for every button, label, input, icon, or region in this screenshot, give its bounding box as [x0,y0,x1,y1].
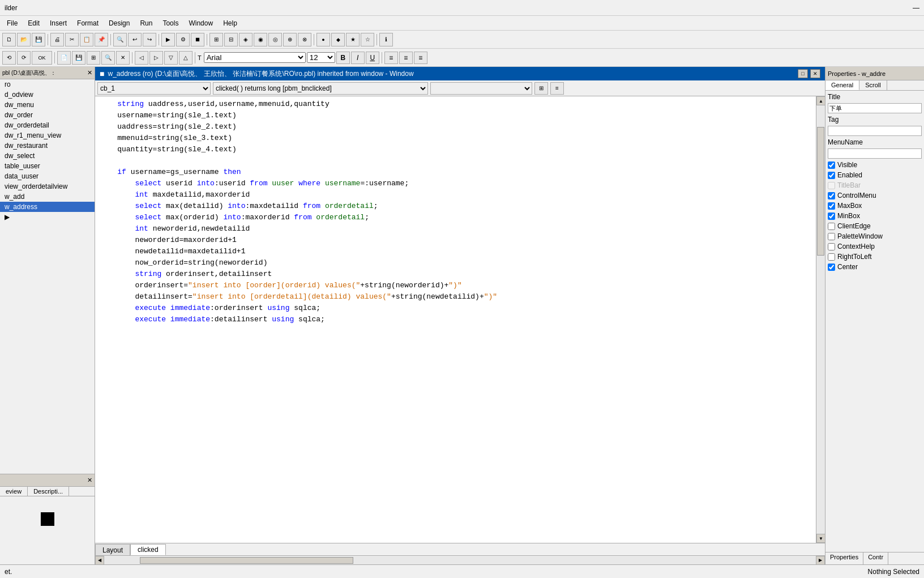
h-scroll-thumb[interactable] [140,557,353,564]
tree-expand-arrow[interactable]: ▶ [0,212,95,222]
menu-item-insert[interactable]: Insert [45,18,71,29]
tb-compile-btn[interactable]: ● [316,33,330,46]
tree-item-dw_menu[interactable]: dw_menu [0,100,95,110]
tb2-nav3-btn[interactable]: ▽ [164,51,178,65]
tree-item-dw_select[interactable]: dw_select [0,151,95,161]
editor-close-btn[interactable]: ✕ [810,69,820,78]
bold-btn[interactable]: B [336,52,350,64]
tb-run-btn[interactable]: ▶ [161,33,175,46]
tree-item-w_add[interactable]: w_add [0,192,95,202]
editor-grid-btn[interactable]: ⊞ [534,82,548,95]
font-name-select[interactable]: Arial [204,52,306,63]
prop-maxbox-checkbox[interactable] [828,202,835,210]
tb-extra6-btn[interactable]: ⊕ [283,33,297,46]
tb2-save2-btn[interactable]: 💾 [72,51,85,65]
prop-titlebar-checkbox[interactable] [828,182,835,189]
tb-extra2-btn[interactable]: ⊟ [224,33,238,46]
lbp-close[interactable]: ✕ [87,477,92,484]
tb-redo-btn[interactable]: ↪ [143,33,156,46]
prop-title-input[interactable] [828,103,922,113]
prop-clientedge-checkbox[interactable] [828,223,835,230]
prop-controlmenu-checkbox[interactable] [828,192,835,199]
underline-btn[interactable]: U [366,52,379,64]
tree-item-d_odview[interactable]: d_odview [0,90,95,100]
tb-extra4-btn[interactable]: ◉ [254,33,267,46]
italic-btn[interactable]: I [351,52,365,64]
editor-list-btn[interactable]: ≡ [550,82,564,95]
tb2-nav2-btn[interactable]: ▷ [149,51,163,65]
menu-item-edit[interactable]: Edit [23,18,44,29]
menu-item-tools[interactable]: Tools [158,18,183,29]
tree-item-dw_order[interactable]: dw_order [0,110,95,120]
rbt-properties[interactable]: Properties [825,552,863,564]
align-left-btn[interactable]: ≡ [384,52,398,64]
prop-palettewindow-checkbox[interactable] [828,233,835,240]
right-tab-general[interactable]: General [825,80,859,90]
tree-item-view_orderdetailview[interactable]: view_orderdetailview [0,181,95,192]
tb2-btn2[interactable]: ⟳ [17,51,31,65]
tree-item-dw_restaurant[interactable]: dw_restaurant [0,141,95,151]
tb-cut-btn[interactable]: ✂ [65,33,79,46]
tb-stop-btn[interactable]: ⏹ [191,33,204,46]
tb-new-btn[interactable]: 🗋 [2,33,16,46]
tree-item-ro[interactable]: ro [0,79,95,90]
menu-item-help[interactable]: Help [219,18,242,29]
tb2-close-btn[interactable]: ✕ [116,51,130,65]
tb-extra5-btn[interactable]: ◎ [268,33,282,46]
lbp-tab-view[interactable]: eview [0,487,28,496]
tree-item-table_uuser[interactable]: table_uuser [0,161,95,171]
prop-enabled-checkbox[interactable] [828,172,835,179]
code-area[interactable]: string uaddress,userid,username,mmenuid,… [95,96,816,543]
tb-compile2-btn[interactable]: ◆ [331,33,345,46]
menu-item-design[interactable]: Design [104,18,134,29]
tb2-doc-btn[interactable]: 📄 [57,51,71,65]
tb-open-btn[interactable]: 📂 [17,33,31,46]
tb-extra7-btn[interactable]: ⊗ [298,33,311,46]
tb2-search-btn[interactable]: 🔍 [101,51,115,65]
tb2-grid-btn[interactable]: ⊞ [87,51,100,65]
tree-item-dw_orderdetail[interactable]: dw_orderdetail [0,120,95,130]
editor-scrollbar-x[interactable]: ◀ ▶ [95,555,825,564]
minimize-btn[interactable]: — [913,4,919,12]
code-scrollbar-v[interactable]: ▲ ▼ [816,96,825,543]
tb-find-btn[interactable]: 🔍 [113,33,127,46]
tb-extra1-btn[interactable]: ⊞ [209,33,223,46]
scroll-track[interactable] [816,105,825,534]
prop-menuname-input[interactable] [828,148,922,159]
tb2-nav4-btn[interactable]: △ [179,51,192,65]
tree-item-data_uuser[interactable]: data_uuser [0,171,95,181]
scroll-right-arrow[interactable]: ▶ [816,556,825,565]
tb-extra3-btn[interactable]: ◈ [239,33,253,46]
tb2-btn1[interactable]: ⟲ [2,51,16,65]
event-selector[interactable]: clicked( ) returns long [pbm_bnclicked] [213,82,428,95]
prop-minbox-checkbox[interactable] [828,212,835,220]
tree-item-dw_r1_menu_view[interactable]: dw_r1_menu_view [0,130,95,141]
menu-item-format[interactable]: Format [72,18,103,29]
prop-tag-input[interactable] [828,126,922,136]
prop-visible-checkbox[interactable] [828,162,835,169]
right-tab-scroll[interactable]: Scroll [859,80,887,90]
lbp-tab-desc[interactable]: Descripti... [28,487,69,496]
tb-extra9-btn[interactable]: ☆ [361,33,374,46]
tb-undo-btn[interactable]: ↩ [128,33,142,46]
tb-print-btn[interactable]: 🖨 [50,33,64,46]
scroll-up-arrow[interactable]: ▲ [816,96,825,105]
tb2-ok-btn[interactable]: OK [32,51,52,65]
tb-paste-btn[interactable]: 📌 [95,33,108,46]
h-scroll-track[interactable] [104,556,816,564]
tab-layout[interactable]: Layout [95,544,130,555]
menu-item-run[interactable]: Run [135,18,157,29]
prop-righttoleft-checkbox[interactable] [828,253,835,261]
tree-item-w_address[interactable]: w_address [0,202,95,212]
tb-debug-btn[interactable]: ⚙ [176,33,190,46]
scroll-thumb[interactable] [817,127,824,256]
prop-contexthelp-checkbox[interactable] [828,243,835,250]
scroll-down-arrow[interactable]: ▼ [816,534,825,543]
rbt-contr[interactable]: Contr [863,552,888,564]
tb-extra8-btn[interactable]: ★ [346,33,360,46]
tab-clicked[interactable]: clicked [130,544,166,555]
tb-save-btn[interactable]: 💾 [32,33,45,46]
object-selector[interactable]: cb_1 [97,82,211,95]
tb-copy-btn[interactable]: 📋 [80,33,93,46]
left-panel-close[interactable]: ✕ [87,69,92,76]
